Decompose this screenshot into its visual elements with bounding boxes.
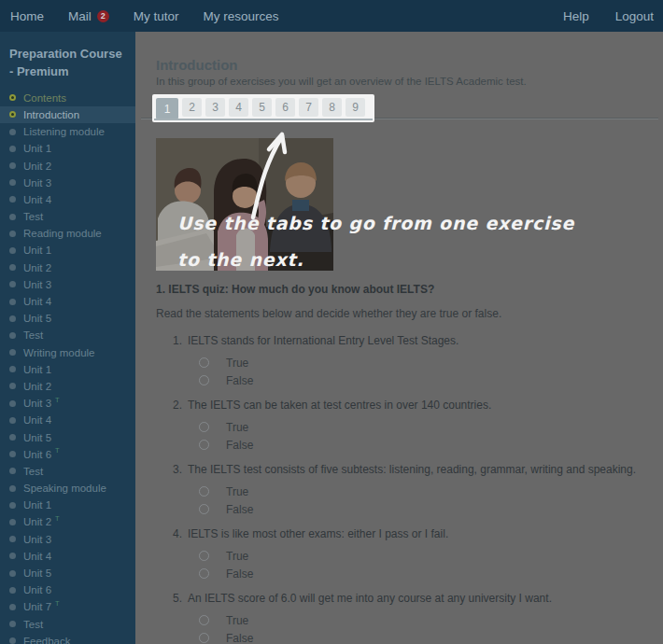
option-row-false[interactable]: False [199, 436, 651, 454]
nav-item-label: Mail [68, 9, 92, 23]
question-block: 5.An IELTS score of 6.0 will get me into… [156, 592, 651, 644]
bullet-icon [9, 570, 16, 577]
quiz-instructions: Read the statements below and decide whe… [156, 307, 651, 320]
nav-item-help[interactable]: Help [563, 9, 589, 23]
sidebar-item-unit-6[interactable]: Unit 6 [0, 581, 135, 598]
option-row-true[interactable]: True [199, 547, 651, 565]
sidebar-item-reading-module[interactable]: Reading module [0, 225, 135, 242]
nav-item-mail[interactable]: Mail2 [68, 9, 109, 23]
option-row-true[interactable]: True [199, 418, 651, 436]
radio-false[interactable] [199, 375, 209, 385]
sidebar-item-unit-2[interactable]: Unit 2 [0, 378, 135, 395]
bullet-icon [9, 264, 16, 271]
nav-item-my-tutor[interactable]: My tutor [134, 9, 179, 23]
option-row-false[interactable]: False [199, 500, 651, 518]
sidebar-item-label: Speaking module [23, 483, 106, 494]
sidebar-item-unit-2[interactable]: Unit 2 [0, 157, 135, 174]
sidebar-item-label: Feedback [23, 636, 71, 644]
nav-item-home[interactable]: Home [10, 9, 44, 23]
nav-item-logout[interactable]: Logout [615, 9, 654, 23]
option-row-false[interactable]: False [199, 565, 651, 582]
sidebar-item-unit-2[interactable]: Unit 2T [0, 513, 135, 530]
radio-true[interactable] [199, 486, 209, 497]
sidebar-item-unit-1[interactable]: Unit 1 [0, 242, 135, 259]
option-label: True [226, 357, 248, 370]
sidebar-item-unit-2[interactable]: Unit 2 [0, 259, 135, 276]
sidebar-item-speaking-module[interactable]: Speaking module [0, 480, 135, 497]
sidebar-item-unit-4[interactable]: Unit 4 [0, 548, 135, 565]
sidebar-item-unit-3[interactable]: Unit 3 [0, 276, 135, 293]
radio-false[interactable] [199, 633, 209, 643]
nav-left-menu: HomeMail2My tutorMy resources [0, 9, 279, 23]
sidebar-item-unit-1[interactable]: Unit 1 [0, 361, 135, 378]
radio-false[interactable] [199, 504, 209, 514]
exercise-tab-5[interactable]: 5 [252, 98, 272, 117]
exercise-tab-2[interactable]: 2 [182, 98, 202, 117]
nav-item-my-resources[interactable]: My resources [204, 9, 279, 23]
exercise-tab-bar: 123456789 [156, 98, 365, 119]
bullet-icon [9, 502, 16, 509]
option-row-true[interactable]: True [199, 611, 651, 629]
sidebar-item-unit-4[interactable]: Unit 4 [0, 293, 135, 310]
bullet-icon [9, 129, 16, 135]
option-row-true[interactable]: True [199, 483, 651, 500]
bullet-icon [9, 299, 16, 305]
exercise-tab-7[interactable]: 7 [299, 98, 318, 117]
exercise-tab-6[interactable]: 6 [275, 98, 295, 117]
page-title: Introduction [156, 57, 237, 73]
option-row-false[interactable]: False [199, 371, 651, 389]
radio-true[interactable] [199, 551, 209, 561]
option-row-false[interactable]: False [199, 629, 651, 644]
radio-false[interactable] [199, 568, 209, 579]
sidebar-item-unit-1[interactable]: Unit 1 [0, 497, 135, 513]
sidebar-item-listening-module[interactable]: Listening module [0, 123, 135, 140]
exercise-tab-1[interactable]: 1 [156, 98, 178, 119]
sidebar-item-contents[interactable]: Contents [0, 90, 135, 106]
sidebar-item-unit-5[interactable]: Unit 5 [0, 565, 135, 581]
sidebar-item-label: Unit 3 [23, 177, 51, 189]
radio-true[interactable] [199, 357, 209, 368]
sidebar-item-test[interactable]: Test [0, 327, 135, 343]
sidebar-item-unit-5[interactable]: Unit 5 [0, 310, 135, 327]
sidebar-item-unit-7[interactable]: Unit 7T [0, 598, 135, 615]
bullet-icon [9, 231, 16, 237]
option-row-true[interactable]: True [199, 354, 651, 371]
sidebar-item-label: Writing module [23, 347, 95, 358]
radio-false[interactable] [199, 440, 209, 450]
bullet-icon [9, 604, 16, 610]
question-statement: An IELTS score of 6.0 will get me into a… [188, 592, 552, 606]
exercise-tab-9[interactable]: 9 [346, 98, 365, 117]
sidebar-item-unit-3[interactable]: Unit 3 [0, 175, 135, 191]
exercise-tab-3[interactable]: 3 [205, 98, 225, 117]
sidebar-item-unit-4[interactable]: Unit 4 [0, 412, 135, 428]
exercise-tab-4[interactable]: 4 [229, 98, 248, 117]
quiz-questions: 1.IELTS stands for International Entry L… [156, 334, 651, 644]
radio-true[interactable] [199, 422, 209, 432]
sidebar-item-test[interactable]: Test [0, 208, 135, 225]
bullet-icon [9, 536, 16, 542]
option-label: False [226, 503, 253, 516]
bullet-icon [9, 434, 16, 441]
question-number: 2. [173, 399, 188, 413]
bullet-icon [9, 417, 16, 424]
sidebar-item-label: Unit 3 [23, 279, 51, 290]
sidebar-item-unit-4[interactable]: Unit 4 [0, 191, 135, 208]
sidebar-item-unit-5[interactable]: Unit 5 [0, 428, 135, 445]
question-number: 1. [173, 334, 188, 348]
sidebar-item-unit-6[interactable]: Unit 6T [0, 446, 135, 463]
sidebar-item-feedback[interactable]: Feedback [0, 633, 135, 644]
bullet-icon [9, 179, 16, 186]
radio-true[interactable] [199, 615, 209, 625]
sidebar-item-label: Test [23, 619, 43, 630]
sidebar-item-label: Listening module [23, 126, 105, 137]
exercise-tab-8[interactable]: 8 [322, 98, 342, 117]
sidebar-item-unit-1[interactable]: Unit 1 [0, 140, 135, 157]
sidebar-item-unit-3[interactable]: Unit 3 [0, 531, 135, 548]
sidebar-item-label: Unit 1 [23, 143, 51, 154]
sidebar-item-unit-3[interactable]: Unit 3T [0, 395, 135, 412]
sidebar-item-test[interactable]: Test [0, 616, 135, 633]
sidebar-item-test[interactable]: Test [0, 463, 135, 480]
question-text: 5.An IELTS score of 6.0 will get me into… [156, 592, 651, 606]
sidebar-item-writing-module[interactable]: Writing module [0, 344, 135, 361]
sidebar-item-introduction[interactable]: Introduction [0, 106, 135, 123]
